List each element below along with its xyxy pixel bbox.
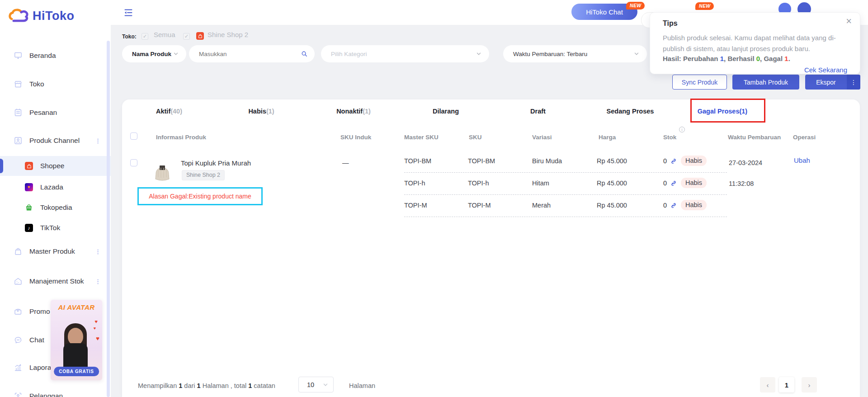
- result-berhasil-count: 0: [756, 55, 760, 62]
- link-icon[interactable]: [670, 180, 677, 187]
- link-icon[interactable]: [670, 202, 677, 209]
- sync-produk-button[interactable]: Sync Produk: [672, 75, 727, 90]
- check-icon: ✓: [184, 33, 189, 39]
- sort-dropdown[interactable]: Waktu Pembaruan: Terbaru: [503, 45, 647, 62]
- search-type-dropdown[interactable]: Nama Produk: [122, 45, 186, 62]
- tambah-produk-button[interactable]: Tambah Produk: [732, 75, 799, 90]
- product-image[interactable]: [154, 160, 171, 182]
- shopee-icon: [25, 162, 33, 170]
- sidebar-item-pesanan[interactable]: Pesanan: [0, 106, 111, 119]
- tips-body-line2: publish di sistem, atau lanjut proses pr…: [663, 45, 810, 52]
- sidebar-item-beranda[interactable]: Beranda: [0, 49, 111, 62]
- sort-value: Waktu Pembaruan: Terbaru: [513, 51, 633, 57]
- hitoko-chat-label: HiToko Chat: [586, 8, 623, 16]
- chevron-down-icon: [633, 51, 640, 57]
- master-sku-value: TOPI-BM: [404, 157, 431, 165]
- tab-sedang-proses[interactable]: Sedang Proses: [584, 99, 676, 123]
- lazada-icon: ♥: [25, 183, 33, 191]
- tab-nonaktif[interactable]: Nonaktif(1): [307, 99, 400, 123]
- stok-value: 0: [663, 157, 667, 165]
- tips-body-line1: Publish produk selesai. Kamu dapat melih…: [663, 34, 836, 42]
- app-window: HiToko Chat NEW NEW Toko: ✓ Semua ✓ Shin…: [0, 0, 868, 397]
- search-icon[interactable]: [301, 51, 307, 57]
- bag-icon: [14, 247, 23, 256]
- coba-gratis-button[interactable]: COBA GRATIS: [54, 367, 99, 376]
- result-gagal-count: 1: [784, 55, 788, 62]
- ubah-link[interactable]: Ubah: [794, 156, 810, 164]
- app-logo[interactable]: HiToko: [8, 7, 75, 24]
- summary-text: dari: [182, 382, 197, 389]
- check-icon: ✓: [143, 33, 147, 39]
- tab-count: (1): [363, 108, 371, 115]
- sidebar-item-tiktok[interactable]: ♪ TikTok: [0, 221, 111, 235]
- tab-count: (40): [170, 108, 182, 115]
- sidebar-item-toko[interactable]: Toko: [0, 77, 111, 91]
- sidebar-item-tokopedia[interactable]: Tokopedia: [0, 201, 111, 214]
- tab-aktif[interactable]: Aktif(40): [123, 99, 215, 123]
- header-harga: Harga: [599, 134, 616, 141]
- page-size-value: 10: [307, 381, 322, 388]
- select-all-checkbox[interactable]: [130, 132, 137, 140]
- sidebar-collapse-icon[interactable]: [123, 7, 134, 18]
- page-size-select[interactable]: 10: [298, 377, 334, 392]
- chat-icon: [14, 336, 23, 345]
- variasi-value: Biru Muda: [532, 157, 562, 165]
- sidebar-item-master-produk[interactable]: Master Produk ⋮: [0, 245, 111, 258]
- pagination-summary: Menampilkan 1 dari 1 Halaman , total 1 c…: [138, 382, 275, 389]
- harga-value: Rp 45.000: [597, 202, 627, 209]
- hidden-button-new-badge: NEW: [695, 2, 714, 10]
- item-menu-icon[interactable]: ⋮: [95, 278, 101, 285]
- sidebar-item-label: Produk Channel: [29, 137, 80, 145]
- tab-dilarang[interactable]: Dilarang: [400, 99, 492, 123]
- tab-count: (1): [739, 108, 747, 115]
- info-icon[interactable]: i: [679, 127, 685, 132]
- promo-title: AI AVATAR: [51, 303, 102, 311]
- tab-label: Draft: [530, 108, 546, 115]
- store-checkbox-semua[interactable]: ✓: [142, 33, 148, 40]
- search-input[interactable]: [199, 51, 301, 57]
- next-page-button[interactable]: ›: [802, 377, 817, 392]
- sidebar-item-label: Shopee: [40, 162, 64, 170]
- ekspor-more-icon[interactable]: ⋮: [847, 75, 860, 90]
- sidebar-item-shopee[interactable]: Shopee: [0, 159, 111, 173]
- sidebar-item-label: Pelanggan: [29, 392, 63, 397]
- tips-result: Hasil: Perubahan 1, Berhasil 0, Gagal 1.: [663, 55, 790, 62]
- prev-page-button[interactable]: ‹: [760, 377, 775, 392]
- sidebar-item-manajement-stok[interactable]: Manajement Stok ⋮: [0, 274, 111, 288]
- variasi-value: Hitam: [532, 180, 549, 187]
- search-field[interactable]: [189, 45, 315, 62]
- sidebar-item-label: Tokopedia: [40, 203, 72, 212]
- heart-icon: ♥: [94, 326, 96, 331]
- store-checkbox-shineshop[interactable]: ✓: [183, 33, 190, 40]
- variant-row: TOPI-BM TOPI-BM Biru Muda Rp 45.000 0 Ha…: [404, 151, 727, 173]
- ekspor-button[interactable]: Ekspor: [805, 79, 847, 86]
- item-menu-icon[interactable]: ⋮: [95, 137, 101, 144]
- tiktok-icon: ♪: [25, 224, 33, 232]
- tab-habis[interactable]: Habis(1): [215, 99, 307, 123]
- product-name[interactable]: Topi Kupluk Pria Murah: [181, 159, 251, 167]
- sidebar-scrollbar[interactable]: [107, 41, 110, 397]
- sidebar-item-pelanggan[interactable]: Pelanggan: [0, 389, 111, 397]
- tab-draft[interactable]: Draft: [492, 99, 584, 123]
- stok-value: 0: [663, 202, 667, 209]
- category-dropdown[interactable]: Pilih Kategori: [321, 45, 489, 62]
- result-mid2: , Gagal: [760, 55, 784, 62]
- tips-body: Publish produk selesai. Kamu dapat melih…: [663, 33, 849, 54]
- link-icon[interactable]: [670, 158, 677, 165]
- hitoko-logo-icon: [8, 7, 29, 24]
- sku-value: TOPI-h: [468, 180, 489, 187]
- tips-panel: Tips × Publish produk selesai. Kamu dapa…: [650, 12, 860, 74]
- row-checkbox[interactable]: [130, 159, 137, 166]
- sidebar-item-produk-channel[interactable]: Produk Channel ⋮: [0, 134, 111, 147]
- heart-icon: ♥: [96, 335, 99, 342]
- tab-gagal-proses[interactable]: Gagal Proses(1): [676, 99, 769, 123]
- cek-sekarang-link[interactable]: Cek Sekarang: [804, 66, 847, 74]
- current-page[interactable]: 1: [779, 377, 794, 392]
- category-placeholder: Pilih Kategori: [331, 51, 476, 57]
- close-icon[interactable]: ×: [846, 16, 852, 26]
- item-menu-icon[interactable]: ⋮: [95, 248, 101, 255]
- ai-avatar-promo-banner[interactable]: ♥ ♥ ♥ AI AVATAR COBA GRATIS: [51, 300, 102, 380]
- store-filter-label: Toko:: [122, 33, 137, 40]
- sku-value: TOPI-M: [468, 202, 491, 209]
- sidebar-item-lazada[interactable]: ♥ Lazada: [0, 180, 111, 194]
